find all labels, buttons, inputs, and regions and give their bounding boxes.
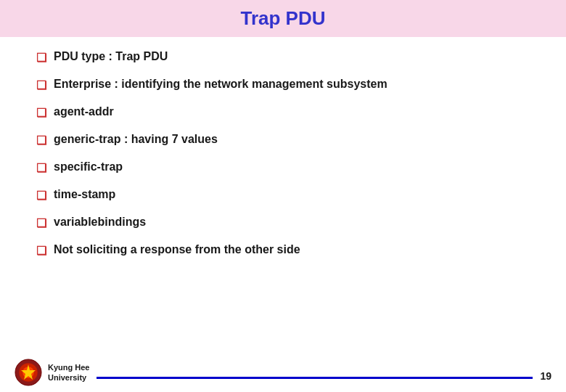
university-logo: [15, 359, 42, 386]
bullet-7: ❑ variablebindings: [36, 216, 530, 230]
bullet-6: ❑ time-stamp: [36, 188, 530, 203]
bullet-text-5: specific-trap: [54, 160, 123, 173]
bullet-text-7: variablebindings: [54, 216, 146, 229]
slide-title: Trap PDU: [240, 7, 325, 29]
title-bar: Trap PDU: [0, 0, 566, 37]
bullet-8: ❑ Not soliciting a response from the oth…: [36, 243, 530, 258]
bullet-icon-6: ❑: [36, 189, 46, 203]
bullet-4: ❑ generic-trap : having 7 values: [36, 133, 530, 147]
bullet-icon-3: ❑: [36, 106, 46, 120]
bullet-1: ❑ PDU type : Trap PDU: [36, 50, 530, 65]
footer: Kyung Hee University 19: [0, 359, 566, 392]
school-name: Kyung Hee University: [48, 362, 89, 383]
footer-blue-line: [97, 377, 533, 379]
footer-logo: Kyung Hee University: [15, 359, 89, 386]
bullet-icon-7: ❑: [36, 216, 46, 230]
bullet-text-4: generic-trap : having 7 values: [54, 133, 218, 146]
footer-line-container: [97, 377, 533, 379]
bullet-5: ❑ specific-trap: [36, 160, 530, 175]
bullet-2: ❑ Enterprise : identifying the network m…: [36, 78, 530, 92]
slide: Trap PDU ❑ PDU type : Trap PDU ❑ Enterpr…: [0, 0, 566, 392]
bullet-text-2: Enterprise : identifying the network man…: [54, 78, 387, 91]
bullet-text-8: Not soliciting a response from the other…: [54, 243, 300, 256]
bullet-text-1: PDU type : Trap PDU: [54, 50, 168, 63]
bullet-3: ❑ agent-addr: [36, 105, 530, 120]
bullet-icon-1: ❑: [36, 51, 46, 65]
bullet-icon-2: ❑: [36, 78, 46, 92]
bullet-icon-4: ❑: [36, 134, 46, 147]
bullet-icon-5: ❑: [36, 161, 46, 175]
bullet-text-3: agent-addr: [54, 105, 114, 118]
page-number: 19: [540, 370, 551, 382]
bullet-text-6: time-stamp: [54, 188, 115, 201]
content-area: ❑ PDU type : Trap PDU ❑ Enterprise : ide…: [0, 50, 566, 258]
bullet-icon-8: ❑: [36, 244, 46, 258]
